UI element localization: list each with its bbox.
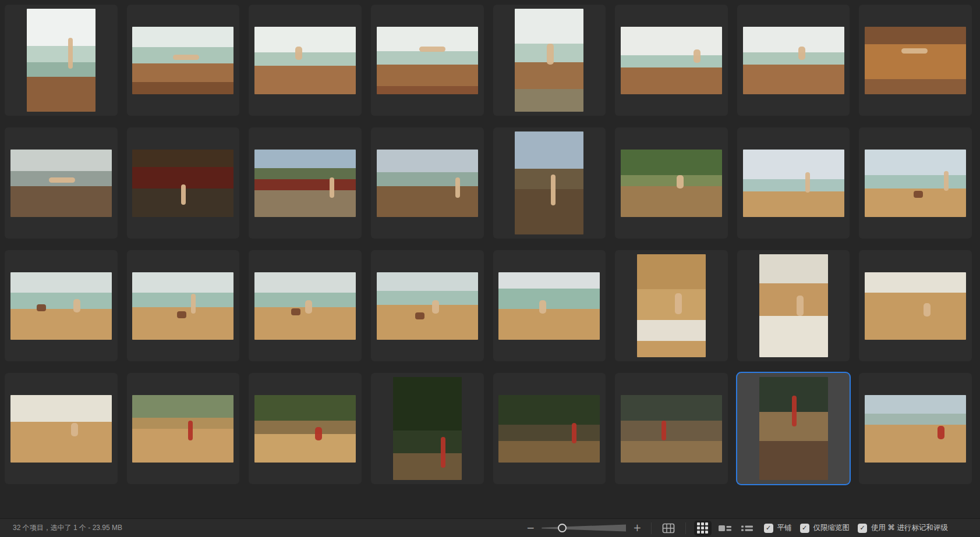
photo-cell[interactable] — [859, 250, 972, 361]
photo-thumbnail — [132, 27, 233, 94]
model-figure — [539, 300, 546, 314]
photo-thumbnail — [377, 27, 478, 94]
layout-grid-icon[interactable] — [660, 521, 677, 536]
photo-thumbnail — [10, 395, 112, 463]
dog-figure — [291, 308, 300, 315]
model-figure — [792, 396, 797, 426]
grid-view-icon[interactable] — [694, 521, 712, 536]
photo-cell[interactable] — [859, 373, 972, 484]
photo-cell[interactable] — [493, 373, 606, 484]
thumbnail-list-view-icon[interactable] — [716, 521, 734, 536]
dog-figure — [415, 312, 424, 319]
status-bar: 32 个项目，选中了 1 个 - 23.95 MB − + — [0, 518, 980, 537]
photo-thumbnail — [10, 272, 112, 340]
photo-cell[interactable] — [5, 5, 118, 116]
photo-thumbnail — [743, 150, 844, 217]
photo-cell[interactable] — [249, 5, 362, 116]
photo-thumbnail — [132, 150, 233, 217]
photo-cell[interactable] — [5, 250, 118, 361]
photo-cell[interactable] — [371, 127, 484, 239]
photo-cell[interactable] — [493, 127, 606, 239]
model-figure — [181, 184, 186, 205]
photo-thumbnail — [498, 272, 600, 340]
model-figure — [677, 175, 684, 189]
model-figure — [572, 423, 576, 443]
zoom-slider-knob[interactable] — [558, 524, 567, 532]
photo-thumbnail — [377, 150, 478, 217]
grid-view-glyph — [697, 522, 708, 534]
dog-figure — [177, 311, 186, 318]
photo-thumbnail — [759, 254, 828, 357]
photo-cell[interactable] — [127, 5, 240, 116]
list-view-glyph — [740, 523, 754, 534]
photo-thumbnail — [743, 27, 844, 94]
list-view-icon[interactable] — [738, 521, 756, 536]
photo-thumbnail — [254, 272, 356, 340]
thumbnail-zoom-control: − + — [525, 523, 643, 533]
photo-thumbnail — [637, 254, 706, 357]
thumbnails-only-checkbox[interactable]: ✓ 仅限缩览图 — [800, 523, 850, 533]
photo-cell[interactable] — [737, 5, 850, 116]
photo-cell[interactable] — [127, 250, 240, 361]
thumbnails-only-checkbox-label: 仅限缩览图 — [813, 523, 850, 533]
photo-thumbnail — [10, 150, 112, 217]
tile-checkbox-label: 平铺 — [777, 523, 792, 533]
view-mode-group — [694, 521, 756, 536]
model-figure — [924, 303, 931, 316]
model-figure — [797, 296, 804, 316]
photo-cell[interactable] — [371, 373, 484, 484]
model-figure — [441, 437, 445, 468]
use-cmd-rating-checkbox[interactable]: ✓ 使用 ⌘ 进行标记和评级 — [858, 523, 948, 533]
photo-cell[interactable] — [615, 127, 728, 239]
photo-cell[interactable] — [493, 250, 606, 361]
model-figure — [191, 294, 196, 314]
photo-cell[interactable] — [737, 250, 850, 361]
layout-grid-glyph — [662, 522, 675, 534]
dog-figure — [37, 304, 46, 311]
tile-checkbox[interactable]: ✓ 平铺 — [764, 523, 792, 533]
photo-cell[interactable] — [249, 250, 362, 361]
zoom-in-button[interactable]: + — [632, 523, 642, 533]
photo-cell[interactable] — [249, 127, 362, 239]
photo-cell[interactable] — [371, 250, 484, 361]
model-figure — [315, 427, 322, 440]
photo-thumbnail — [621, 150, 722, 217]
photo-cell[interactable] — [493, 5, 606, 116]
photo-thumbnail — [759, 377, 828, 480]
photo-cell[interactable] — [5, 127, 118, 239]
zoom-slider[interactable] — [542, 524, 626, 533]
photo-cell[interactable] — [249, 373, 362, 484]
photo-thumbnail — [132, 272, 233, 340]
checkbox-checked-icon: ✓ — [800, 524, 809, 533]
photo-thumbnail — [621, 27, 722, 94]
photo-cell[interactable] — [5, 373, 118, 484]
statusbar-controls: − + — [525, 521, 948, 536]
photo-cell[interactable] — [127, 373, 240, 484]
thumbnail-list-glyph — [718, 523, 732, 534]
model-figure — [49, 177, 75, 183]
model-figure — [173, 55, 199, 60]
model-figure — [68, 38, 73, 69]
photo-cell[interactable] — [737, 127, 850, 239]
photo-thumbnail — [377, 272, 478, 340]
model-figure — [944, 171, 949, 191]
photo-cell[interactable] — [127, 127, 240, 239]
model-figure — [798, 47, 805, 60]
photo-cell[interactable] — [615, 250, 728, 361]
photo-cell[interactable] — [615, 5, 728, 116]
photo-thumbnail — [621, 395, 722, 463]
photo-cell[interactable] — [615, 373, 728, 484]
photo-cell[interactable] — [371, 5, 484, 116]
model-figure — [73, 299, 80, 312]
zoom-slider-track[interactable] — [542, 524, 626, 532]
divider — [651, 522, 652, 534]
photo-cell[interactable] — [859, 5, 972, 116]
model-figure — [432, 300, 439, 314]
photo-cell[interactable] — [859, 127, 972, 239]
photo-thumbnail — [515, 9, 583, 112]
model-figure — [419, 47, 445, 52]
model-figure — [694, 49, 700, 63]
photo-thumbnail — [865, 27, 966, 94]
photo-cell-selected[interactable] — [737, 373, 850, 484]
zoom-out-button[interactable]: − — [525, 523, 536, 533]
